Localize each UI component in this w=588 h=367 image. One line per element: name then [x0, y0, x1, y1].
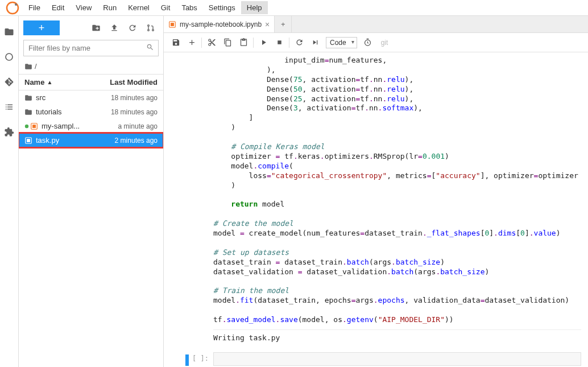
timer-icon[interactable]: [361, 35, 375, 50]
filter-input[interactable]: [23, 40, 159, 56]
svg-rect-10: [27, 139, 30, 142]
save-icon[interactable]: [168, 35, 183, 50]
menu-help[interactable]: Help: [241, 1, 268, 14]
svg-point-3: [148, 25, 150, 27]
add-cell-icon[interactable]: [184, 35, 199, 50]
breadcrumb-root: /: [35, 62, 37, 71]
run-icon[interactable]: [256, 35, 271, 50]
svg-point-2: [6, 53, 13, 60]
svg-point-1: [15, 3, 17, 6]
menu-settings[interactable]: Settings: [203, 1, 241, 14]
tab-notebook[interactable]: my-sample-notebook.ipynb ×: [164, 16, 275, 32]
stdout-output: Writing task.py: [213, 329, 581, 345]
cut-icon[interactable]: [204, 35, 219, 50]
menu-run[interactable]: Run: [97, 1, 122, 14]
notebook-area: my-sample-notebook.ipynb × + Code: [164, 16, 588, 367]
refresh-icon[interactable]: [125, 20, 140, 35]
empty-cell[interactable]: [ ]:: [171, 352, 581, 366]
file-name: my-sampl...: [42, 122, 80, 130]
menubar: FileEditViewRunKernelGitTabsSettingsHelp: [0, 0, 588, 16]
list-icon[interactable]: [3, 101, 15, 113]
file-modified: 2 minutes ago: [115, 137, 158, 145]
svg-point-5: [152, 30, 154, 31]
restart-icon[interactable]: [292, 35, 307, 50]
file-row[interactable]: src18 minutes ago: [19, 90, 163, 105]
file-name: tutorials: [36, 108, 62, 116]
git-label: git: [381, 39, 388, 47]
name-column-header[interactable]: Name ▲: [24, 78, 52, 86]
upload-icon[interactable]: [106, 20, 122, 35]
git-pull-icon[interactable]: [143, 20, 159, 35]
file-row[interactable]: my-sampl...a minute ago: [19, 119, 163, 133]
restart-run-icon[interactable]: [308, 35, 322, 50]
cell-type-select[interactable]: Code: [326, 37, 357, 48]
code-output: input_dim=num_features, ), Dense(75, act…: [213, 53, 581, 327]
new-folder-icon[interactable]: [88, 20, 104, 35]
menu-tabs[interactable]: Tabs: [176, 1, 202, 14]
circle-icon[interactable]: [3, 51, 15, 63]
file-header: Name ▲ Last Modified: [19, 74, 163, 90]
menu-edit[interactable]: Edit: [46, 1, 70, 14]
notebook-toolbar: Code git: [164, 33, 588, 52]
jupyter-logo[interactable]: [6, 1, 19, 15]
close-icon[interactable]: ×: [265, 20, 270, 29]
modified-column-header[interactable]: Last Modified: [110, 78, 158, 86]
file-modified: 18 minutes ago: [111, 94, 158, 102]
svg-point-6: [25, 124, 28, 127]
file-browser: + / Name ▲ Last Modified src18 minutes a…: [19, 16, 164, 367]
menu-file[interactable]: File: [23, 1, 46, 14]
svg-rect-8: [32, 125, 36, 128]
cell-input[interactable]: [213, 352, 581, 366]
extension-icon[interactable]: [3, 126, 15, 138]
svg-point-4: [148, 30, 150, 31]
git-icon[interactable]: [3, 76, 15, 88]
svg-rect-13: [278, 40, 281, 44]
code-output-cell: input_dim=num_features, ), Dense(75, act…: [171, 53, 581, 345]
svg-rect-12: [171, 23, 174, 26]
paste-icon[interactable]: [236, 35, 251, 50]
notebook-icon: [24, 137, 32, 145]
cell-prompt: [ ]:: [192, 354, 209, 362]
tab-title: my-sample-notebook.ipynb: [180, 20, 262, 28]
file-row[interactable]: task.py2 minutes ago: [19, 133, 163, 147]
notebook-content[interactable]: input_dim=num_features, ), Dense(75, act…: [164, 52, 588, 367]
menu-view[interactable]: View: [70, 1, 97, 14]
new-launcher-button[interactable]: +: [23, 20, 60, 35]
copy-icon[interactable]: [220, 35, 235, 50]
file-modified: 18 minutes ago: [111, 108, 158, 116]
menu-kernel[interactable]: Kernel: [122, 1, 155, 14]
tab-bar: my-sample-notebook.ipynb × +: [164, 16, 588, 33]
execution-indicator: [185, 354, 189, 366]
file-name: task.py: [36, 136, 59, 145]
notebook-running-icon: [24, 122, 38, 130]
file-row[interactable]: tutorials18 minutes ago: [19, 105, 163, 119]
breadcrumb[interactable]: /: [19, 59, 163, 74]
stop-icon[interactable]: [272, 35, 287, 50]
file-modified: a minute ago: [118, 122, 158, 130]
folder-icon[interactable]: [3, 26, 15, 38]
file-list: src18 minutes agotutorials18 minutes ago…: [19, 90, 163, 367]
search-icon: [146, 43, 154, 51]
folder-icon: [24, 108, 32, 116]
folder-icon: [24, 94, 32, 102]
new-tab-button[interactable]: +: [275, 16, 292, 32]
menu-git[interactable]: Git: [155, 1, 176, 14]
file-name: src: [36, 93, 45, 102]
activity-bar: [0, 16, 19, 367]
